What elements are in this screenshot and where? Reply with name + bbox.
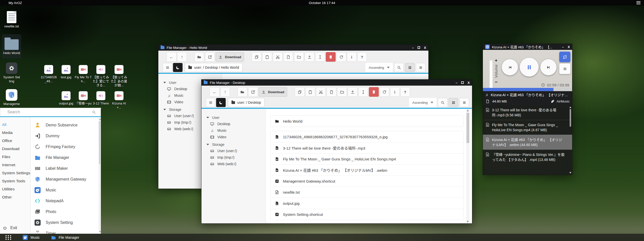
scroll-down-icon[interactable] (569, 172, 571, 174)
taskbar-item-music[interactable]: Music (23, 235, 40, 240)
info-button[interactable]: i (390, 87, 400, 97)
file-row[interactable]: 3-12 There will be love there -愛のある場所-.m… (271, 142, 463, 153)
new-file-button[interactable] (283, 52, 293, 62)
file-row[interactable]: 117346026_4968186883206677_3276783077635… (271, 131, 463, 142)
app-item-timer[interactable]: Timer (31, 228, 98, 234)
playlist-scrollbar[interactable] (569, 106, 572, 174)
title-bar[interactable]: Kizuna AI × 花譜 #63 「かりそめ」 【... – X (483, 44, 572, 50)
sidebar-section-header[interactable]: Storage (201, 141, 266, 148)
volume-up-button[interactable]: + (495, 58, 497, 63)
back-button[interactable]: ← (166, 52, 177, 62)
volume-down-button[interactable]: − (495, 80, 497, 84)
open-button[interactable] (238, 87, 247, 97)
sidebar-item-user[interactable]: User (user:/) (201, 148, 266, 154)
category-office[interactable]: Office (0, 137, 31, 145)
minimize-button[interactable]: – (562, 45, 564, 49)
desktop-icon-11[interactable]: 3-12 There... (91, 91, 110, 110)
app-item-label-maker[interactable]: Label Maker (31, 163, 98, 174)
menu-button[interactable] (163, 63, 172, 72)
rename-button[interactable] (358, 87, 368, 97)
file-row[interactable]: Hello World (271, 116, 463, 127)
maximize-button[interactable] (461, 81, 464, 84)
category-files[interactable]: Files (0, 153, 31, 161)
close-button[interactable]: X (467, 81, 470, 84)
sidebar-section-header[interactable]: User (201, 114, 266, 121)
category-system-tools[interactable]: System Tools (0, 177, 31, 185)
app-list-scrollbar[interactable] (99, 118, 101, 233)
cut-button[interactable] (316, 87, 326, 97)
search-button[interactable] (394, 63, 404, 72)
refresh-button[interactable] (379, 87, 389, 97)
category-utilities[interactable]: Utilities (0, 185, 31, 193)
sidebar-item-tmp[interactable]: tmp (tmp:/) (201, 154, 266, 161)
scroll-down-icon[interactable] (467, 221, 469, 222)
pause-button[interactable] (520, 58, 539, 77)
app-item-file-manager[interactable]: File Manager (31, 152, 98, 163)
help-button[interactable]: ? (357, 52, 367, 62)
copy-button[interactable] (252, 52, 261, 62)
playlist-item[interactable]: Fly Me To The Moon _ Gawr Gura Sings _ H… (483, 120, 572, 135)
sidebar-item-desktop[interactable]: Desktop (201, 121, 266, 127)
title-bar[interactable]: File Manager - Desktop – X (201, 80, 472, 86)
open-in-new-window-button[interactable] (248, 87, 258, 97)
system-menu-title[interactable]: My ArOZ (9, 1, 22, 5)
list-view-button[interactable] (459, 98, 469, 107)
rename-button[interactable] (315, 52, 325, 62)
sidebar-item-web[interactable]: Web (web:/) (201, 161, 266, 167)
scrollbar-thumb[interactable] (570, 109, 571, 127)
desktop-icon-12[interactable]: Kizuna AI×... (109, 91, 129, 110)
desktop-icon-7[interactable]: 【歌ってみた】愛にできる... (91, 65, 110, 87)
grid-view-button[interactable] (405, 63, 415, 72)
file-row[interactable]: Management Gateway.shortcut (271, 176, 463, 187)
paste-button[interactable] (305, 87, 315, 97)
app-item-demo-subservice[interactable]: Demo Subservice (31, 120, 98, 130)
desktop-icon-9[interactable]: output.jpg (56, 91, 76, 106)
app-item-ffmpeg-factory[interactable]: FFmpeg Factory (31, 141, 98, 152)
exit-button[interactable]: Exit (0, 226, 17, 230)
desktop-icon-8[interactable]: 【歌ってみた】あの夏が飽... (109, 65, 129, 87)
desktop-icon-1[interactable]: Hello World (2, 34, 21, 59)
app-item-photo[interactable]: Photo (31, 206, 98, 217)
close-button[interactable]: X (424, 46, 426, 49)
category-all[interactable]: All (0, 121, 31, 129)
playlist-item[interactable]: Kizuna AI × 花譜 #63 「かりそめ」 【オリジナルMV】 .web… (483, 135, 572, 150)
scroll-up-icon[interactable] (467, 110, 469, 111)
scroll-down-icon[interactable] (99, 231, 101, 232)
app-item-music[interactable]: Music (31, 185, 98, 195)
copy-button[interactable] (295, 87, 305, 97)
download-button[interactable]: Download (259, 87, 287, 97)
desktop-icon-2[interactable]: System Setting (2, 62, 21, 83)
up-button[interactable]: ↑ (177, 52, 187, 62)
scroll-up-icon[interactable] (99, 119, 101, 120)
new-file-button[interactable] (327, 87, 336, 97)
desktop-icon-5[interactable]: test.jpg (56, 65, 76, 79)
desktop-icon-4[interactable]: 117346026_49... (39, 65, 58, 83)
delete-button[interactable] (326, 52, 336, 62)
list-view-button[interactable] (416, 63, 425, 72)
repeat-button[interactable] (559, 52, 570, 62)
taskbar-item-file-manager[interactable]: File Manager (51, 235, 79, 240)
minimize-button[interactable]: – (412, 46, 414, 49)
desktop-icon-0[interactable]: newfile.txt (2, 11, 21, 28)
sort-order-dropdown[interactable]: Ascending (365, 63, 393, 72)
refresh-button[interactable] (336, 52, 346, 62)
new-folder-button[interactable] (294, 52, 304, 62)
volume-slider[interactable] (489, 60, 493, 92)
info-button[interactable]: i (347, 52, 357, 62)
sidebar-item-video[interactable]: Video (201, 134, 266, 140)
new-folder-button[interactable] (337, 87, 347, 97)
open-button[interactable] (194, 52, 204, 62)
breadcrumb[interactable]: user: / Desktop / Hello World (185, 63, 243, 72)
download-button[interactable]: Download (216, 52, 244, 62)
desktop-icon-10[interactable]: 『雪峰～yu (74, 91, 93, 106)
scrollbar[interactable] (466, 109, 470, 223)
maximize-button[interactable] (418, 46, 420, 49)
file-row[interactable]: System Setting.shortcut (271, 209, 463, 220)
grid-view-button[interactable] (449, 98, 458, 107)
delete-button[interactable] (369, 87, 379, 97)
file-row[interactable]: Fly Me To The Moon _ Gawr Gura Sings _ H… (271, 153, 463, 164)
category-internet[interactable]: Internet (0, 161, 31, 169)
paste-button[interactable] (262, 52, 272, 62)
upload-button[interactable] (348, 87, 358, 97)
category-media[interactable]: Media (0, 129, 31, 137)
